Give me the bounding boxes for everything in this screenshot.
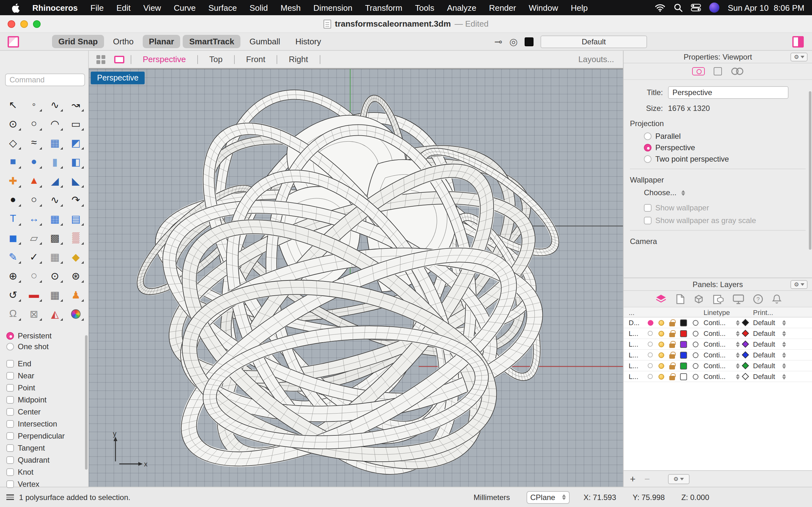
layer-material-icon[interactable] [693,374,699,379]
active-layer-color-swatch[interactable] [525,37,534,46]
osnap-intersection[interactable]: Intersection [6,419,88,429]
tool-plugins[interactable]: ✚ [3,171,23,190]
tool-select[interactable]: ↖ [3,95,23,114]
object-icon[interactable] [713,67,722,75]
menu-help[interactable]: Help [564,3,594,12]
menu-edit[interactable]: Edit [110,3,137,12]
print-color-diamond[interactable] [742,362,749,370]
command-input[interactable] [5,73,85,86]
osnap-end[interactable]: End [6,359,88,368]
checkbox-end[interactable] [6,360,14,368]
tool-offset[interactable]: ▤ [65,209,86,228]
search-icon[interactable] [674,3,683,12]
layer-linetype[interactable]: Conti... [704,330,734,337]
osnap-mode-persistent[interactable]: Persistent [6,331,88,340]
viewport-maximize-icon[interactable] [114,55,124,63]
panel-toggle-icon[interactable] [792,36,804,48]
cplane-dropdown[interactable]: CPlane [526,491,570,504]
tool-workplane[interactable]: ▱ [23,228,44,247]
layer-indicator[interactable] [648,352,653,357]
layer-visibility-bulb-icon[interactable] [658,352,664,358]
wallpaper-option-show-wallpaper[interactable]: Show wallpaper [644,204,806,212]
tool-layer-wedge[interactable]: ◭ [44,304,65,323]
checkbox-intersection[interactable] [6,420,14,428]
layers-settings-button[interactable]: ⚙ [668,474,689,484]
layer-color-swatch[interactable] [680,330,687,337]
osnap-tangent[interactable]: Tangent [6,444,88,452]
layer-lock-icon[interactable] [669,354,675,358]
tool-text[interactable]: T [3,209,23,228]
tool-rectangle[interactable]: ▭ [65,114,86,133]
layer-indicator[interactable] [648,363,653,368]
viewport-title-input[interactable] [668,86,789,99]
properties-gear-menu[interactable]: ⚙ [791,53,808,61]
menu-view[interactable]: View [137,3,167,12]
checkbox-quadrant[interactable] [6,456,14,464]
tool-freeform-curve[interactable]: ≈ [23,133,44,152]
current-layer-indicator[interactable] [648,320,653,326]
tool-sweep[interactable]: ◆ [65,247,86,266]
linetype-stepper-icon[interactable] [734,341,742,347]
layer-print-width[interactable]: Default [753,340,780,348]
layer-indicator[interactable] [648,342,653,347]
menu-curve[interactable]: Curve [167,3,202,12]
tool-polygon[interactable]: ◇ [3,133,23,152]
tool-surface-grid[interactable]: ▦ [44,133,65,152]
layer-material-icon[interactable] [693,341,699,347]
tool-color-wheel[interactable] [65,304,86,323]
tool-lasso[interactable]: ◌ [23,266,44,285]
layer-linetype[interactable]: Conti... [704,362,734,370]
menu-file[interactable]: File [84,3,110,12]
layer-print-width[interactable]: Default [753,330,780,337]
tool-circle-small[interactable]: ○ [23,190,44,209]
block-icon[interactable] [693,293,704,304]
osnap-center[interactable]: Center [6,407,88,416]
tool-truck-move[interactable]: ▬ [23,285,44,304]
layers-icon[interactable] [654,294,667,304]
tool-cylinder[interactable]: ▮ [44,152,65,171]
layer-lock-icon[interactable] [669,376,675,380]
layer-visibility-bulb-icon[interactable] [658,374,664,379]
tool-render-tools[interactable]: ▲ [23,171,44,190]
layer-row[interactable]: L...Conti...Default [623,360,812,372]
osnap-quadrant[interactable]: Quadrant [6,456,88,464]
menu-surface[interactable]: Surface [202,3,243,12]
tool-sketch[interactable]: ✎ [3,247,23,266]
checkbox-center[interactable] [6,408,14,416]
checkbox-perpendicular[interactable] [6,432,14,440]
layer-color-swatch[interactable] [680,341,687,348]
layer-visibility-bulb-icon[interactable] [658,363,664,369]
remove-layer-button[interactable]: − [645,474,650,484]
toggle-planar[interactable]: Planar [142,35,181,48]
tool-zoom-lens[interactable]: ⊙ [44,266,65,285]
tool-plane[interactable]: ◩ [65,133,86,152]
minimize-window-button[interactable] [20,20,28,28]
layer-linetype[interactable]: Conti... [704,351,734,359]
linetype-stepper-icon[interactable] [734,363,742,369]
viewport-layout-icon[interactable] [96,55,105,64]
print-color-diamond[interactable] [742,373,749,380]
layer-visibility-bulb-icon[interactable] [658,320,664,326]
layer-color-swatch[interactable] [680,351,687,358]
tool-check-select[interactable]: ✓ [23,247,44,266]
checkbox-show-wallpaper-as-gray-scale[interactable] [644,217,652,224]
display-icon[interactable] [732,294,744,304]
tool-blocks[interactable]: ▦ [44,247,65,266]
print-color-diamond[interactable] [742,351,749,359]
layer-print-width[interactable]: Default [753,373,780,380]
tool-map-grid[interactable]: ▦ [44,285,65,304]
layer-linetype[interactable]: Conti... [704,319,734,326]
layer-indicator[interactable] [648,374,653,379]
layer-material-icon[interactable] [693,331,699,336]
tool-solid-box[interactable]: ◼ [3,228,23,247]
toggle-gumball[interactable]: Gumball [243,35,287,48]
tab-perspective[interactable]: Perspective [131,55,197,64]
layer-visibility-bulb-icon[interactable] [658,341,664,347]
checkbox-tangent[interactable] [6,444,14,452]
radio-persistent[interactable] [6,332,14,340]
radio-parallel[interactable] [644,132,652,140]
osnap-perpendicular[interactable]: Perpendicular [6,432,88,441]
checkbox-vertex[interactable] [6,481,14,488]
print-stepper-icon[interactable] [780,341,789,347]
layers-gear-menu[interactable]: ⚙ [791,280,808,289]
